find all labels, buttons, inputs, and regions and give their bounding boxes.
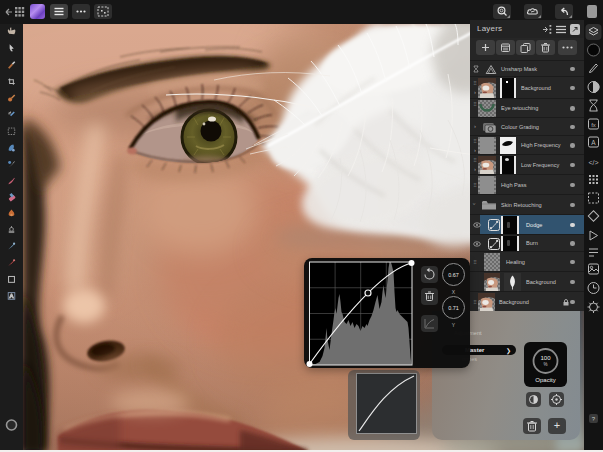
svg-text:Opacity: Opacity xyxy=(535,377,555,383)
svg-text:%: % xyxy=(543,362,547,367)
svg-text:A: A xyxy=(591,139,596,146)
svg-text:fx: fx xyxy=(591,122,596,128)
svg-text:</>: </> xyxy=(588,159,598,166)
svg-text:A: A xyxy=(10,293,14,299)
svg-text:100: 100 xyxy=(540,355,551,361)
